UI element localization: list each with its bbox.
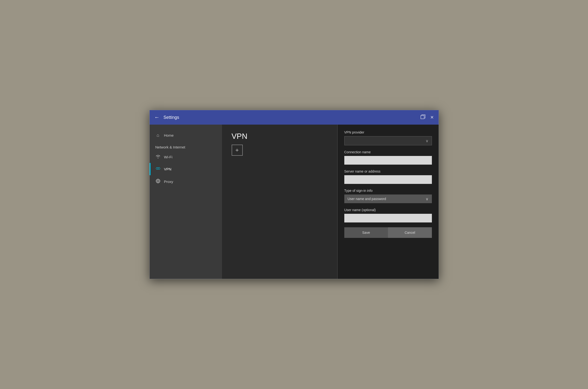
server-input[interactable] [344, 175, 432, 184]
titlebar-controls: ✕ [421, 114, 434, 121]
settings-window: ← Settings ✕ ⌂ Home Network & Internet [149, 110, 439, 279]
sidebar-proxy-label: Proxy [164, 180, 173, 184]
proxy-icon [155, 179, 161, 185]
sidebar-home-label: Home [164, 133, 174, 137]
vpn-provider-label: VPN provider [344, 130, 432, 134]
titlebar: ← Settings ✕ [149, 110, 439, 125]
sidebar-item-proxy[interactable]: Proxy [149, 175, 222, 188]
sidebar-vpn-label: VPN [164, 167, 172, 171]
svg-rect-0 [421, 115, 424, 119]
sidebar-item-home[interactable]: ⌂ Home [149, 130, 222, 141]
home-icon: ⌂ [155, 133, 161, 138]
sidebar-section-title: Network & Internet [149, 141, 222, 151]
add-icon: + [235, 147, 239, 154]
sign-in-label: Type of sign-in info [344, 189, 432, 193]
connection-name-input[interactable] [344, 156, 432, 165]
sign-in-select[interactable]: User name and password Smart card One-ti… [344, 194, 432, 203]
username-label: User name (optional) [344, 208, 432, 212]
save-button[interactable]: Save [344, 227, 388, 238]
form-buttons: Save Cancel [344, 227, 432, 238]
back-button[interactable]: ← [154, 114, 160, 121]
vpn-provider-select-wrapper: Windows (built-in) [344, 136, 432, 145]
window-title: Settings [164, 115, 179, 120]
server-group: Server name or address [344, 169, 432, 184]
sidebar: ⌂ Home Network & Internet Wi-Fi [149, 125, 222, 279]
svg-point-2 [158, 167, 160, 169]
vpn-provider-select[interactable]: Windows (built-in) [344, 136, 432, 145]
main-panel: VPN + VPN provider Windows (built-in) [222, 125, 439, 279]
close-button[interactable]: ✕ [430, 115, 434, 120]
server-label: Server name or address [344, 169, 432, 173]
svg-point-1 [156, 167, 158, 169]
sign-in-select-wrapper: User name and password Smart card One-ti… [344, 194, 432, 203]
sidebar-item-wifi[interactable]: Wi-Fi [149, 151, 222, 163]
connection-name-group: Connection name [344, 150, 432, 165]
vpn-icon [155, 166, 161, 172]
username-group: User name (optional) [344, 208, 432, 223]
connection-name-label: Connection name [344, 150, 432, 154]
cancel-button[interactable]: Cancel [388, 227, 432, 238]
vpn-provider-group: VPN provider Windows (built-in) [344, 130, 432, 145]
content-area: ⌂ Home Network & Internet Wi-Fi [149, 125, 439, 279]
titlebar-left: ← Settings [154, 114, 179, 121]
wifi-icon [155, 155, 161, 160]
restore-button[interactable] [421, 114, 425, 121]
sidebar-wifi-label: Wi-Fi [164, 155, 173, 159]
sign-in-group: Type of sign-in info User name and passw… [344, 189, 432, 203]
username-input[interactable] [344, 214, 432, 223]
sidebar-item-vpn[interactable]: VPN [149, 163, 222, 175]
vpn-form-panel: VPN provider Windows (built-in) Connecti… [337, 125, 439, 279]
add-vpn-button[interactable]: + [232, 145, 243, 156]
